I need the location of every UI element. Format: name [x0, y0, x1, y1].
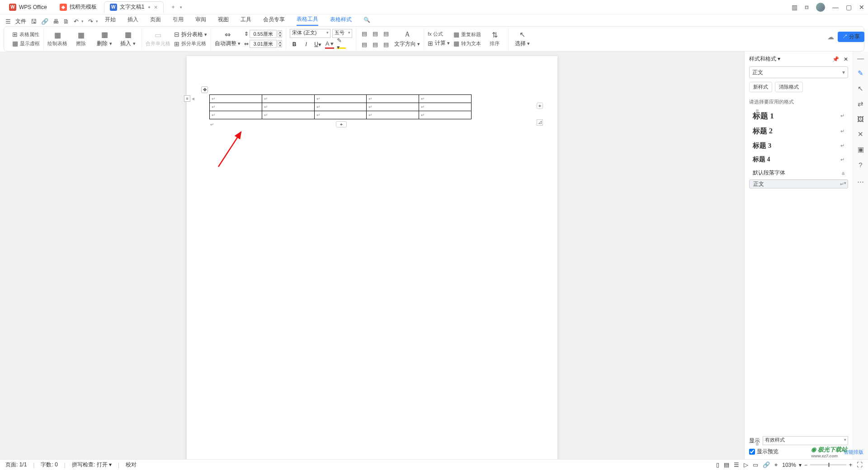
menu-icon[interactable]: ☰	[5, 18, 11, 25]
delete-button[interactable]: ▦删除 ▾	[94, 30, 114, 47]
layout-icon[interactable]: ▣	[858, 146, 864, 154]
align-top-center-icon[interactable]: ▤	[371, 29, 380, 38]
insert-button[interactable]: ▦插入 ▾	[118, 30, 138, 47]
preview-checkbox[interactable]: 显示预览	[749, 448, 848, 456]
pencil-icon[interactable]: ✎	[858, 69, 863, 77]
sort-button[interactable]: ⇅排序	[485, 31, 505, 47]
menu-table-tools[interactable]: 表格工具	[297, 15, 318, 26]
calc-button[interactable]: ⊞计算 ▾	[428, 39, 450, 47]
menu-reference[interactable]: 引用	[173, 16, 184, 25]
cloud-icon[interactable]: ☁	[827, 33, 834, 41]
tab-document[interactable]: W 文字文稿1 • ×	[104, 1, 164, 13]
style-item-h2[interactable]: 标题 2↵	[749, 124, 848, 139]
help-icon[interactable]: ?	[859, 161, 862, 169]
draw-table-button[interactable]: ▦绘制表格	[47, 31, 67, 47]
cube-icon[interactable]: ⧈	[805, 3, 809, 11]
to-text-button[interactable]: ▦转为文本	[453, 40, 481, 47]
smart-layout-link[interactable]: 智能排版	[844, 449, 863, 456]
style-item-body[interactable]: 正文↵	[749, 179, 848, 188]
menu-start[interactable]: 开始	[105, 16, 116, 25]
save-icon[interactable]: 🖫	[31, 18, 37, 25]
split-cell-button[interactable]: ⊞拆分单元格	[174, 40, 207, 47]
tab-overflow-icon[interactable]: ▾	[180, 5, 182, 9]
transform-icon[interactable]: ⇄	[858, 100, 863, 108]
menu-table-style[interactable]: 表格样式	[330, 16, 352, 25]
document-canvas[interactable]: ✥ ≡◂ ↵↵↵↵↵ ↵↵↵↵↵ ↵↵↵↵↵ + + ◿ ↵	[0, 52, 744, 459]
focus-icon[interactable]: ⌖	[774, 461, 778, 469]
menu-tools[interactable]: 工具	[241, 16, 251, 25]
col-width-input[interactable]: ⇔▴▾	[244, 40, 282, 48]
style-item-h3[interactable]: 标题 3↵	[749, 139, 848, 153]
style-item-default-font[interactable]: 默认段落字体a	[749, 166, 848, 179]
style-item-h4[interactable]: 标题 4↵	[749, 153, 848, 166]
page-view-icon[interactable]: ▤	[724, 461, 729, 468]
pointer-button[interactable]: ↖选择 ▾	[512, 30, 532, 47]
link-icon[interactable]: 🔗	[41, 18, 48, 25]
proofing-status[interactable]: 校对	[126, 461, 137, 469]
table[interactable]: ↵↵↵↵↵ ↵↵↵↵↵ ↵↵↵↵↵	[209, 94, 472, 119]
close-window-icon[interactable]: ✕	[859, 4, 864, 11]
style-item-h1[interactable]: 标题 1↵	[749, 108, 848, 124]
align-top-right-icon[interactable]: ▤	[382, 29, 391, 38]
read-view-icon[interactable]: ▷	[744, 461, 748, 468]
minimize-icon[interactable]: —	[832, 4, 839, 11]
text-direction-button[interactable]: Ａ文字方向 ▾	[394, 30, 420, 48]
repeat-header-button[interactable]: ▦重复标题	[453, 31, 481, 38]
autofit-button[interactable]: ⇔自动调整 ▾	[215, 30, 241, 47]
menu-page[interactable]: 页面	[150, 16, 161, 25]
close-tab-icon[interactable]: ×	[154, 4, 157, 11]
show-gridlines-button[interactable]: ▦显示虚框	[12, 40, 40, 47]
redo-button[interactable]: ↷▾	[88, 18, 98, 25]
table-properties-button[interactable]: ⊞表格属性	[12, 31, 40, 38]
book-icon[interactable]: ▯	[716, 461, 719, 468]
tab-template-store[interactable]: ◆ 找稻壳模板	[54, 1, 102, 13]
underline-button[interactable]: U ▾	[313, 40, 322, 49]
current-style-select[interactable]: 正文	[749, 66, 848, 78]
new-tab-button[interactable]: ＋	[168, 2, 178, 12]
web-view-icon[interactable]: ▭	[753, 461, 758, 468]
select-icon[interactable]: ↖	[858, 85, 863, 93]
page[interactable]: ✥ ≡◂ ↵↵↵↵↵ ↵↵↵↵↵ ↵↵↵↵↵ + + ◿ ↵	[187, 56, 557, 459]
font-family-select[interactable]: 宋体 (正文)	[290, 29, 330, 38]
clear-format-button[interactable]: 清除格式	[775, 82, 803, 92]
page-indicator[interactable]: 页面: 1/1	[5, 461, 27, 469]
align-mid-center-icon[interactable]: ▤	[371, 40, 380, 49]
bold-button[interactable]: B	[290, 40, 299, 49]
menu-review[interactable]: 审阅	[195, 16, 206, 25]
formula-button[interactable]: fx 公式	[428, 31, 450, 38]
menu-member[interactable]: 会员专享	[263, 16, 285, 25]
split-table-button[interactable]: ⊟拆分表格 ▾	[174, 31, 207, 38]
zoom-control[interactable]: 103%▾ −+	[782, 462, 852, 468]
user-avatar[interactable]	[816, 3, 825, 12]
image-icon[interactable]: 🖼	[857, 115, 864, 123]
pin-icon[interactable]: 📌	[832, 56, 839, 62]
font-size-select[interactable]: 五号	[332, 29, 352, 38]
row-height-input[interactable]: ⇕▴▾	[244, 30, 282, 38]
file-menu[interactable]: 文件	[15, 18, 26, 25]
undo-button[interactable]: ↶▾	[74, 18, 84, 25]
align-top-left-icon[interactable]: ▤	[360, 29, 369, 38]
more-icon[interactable]: ⋯	[857, 178, 864, 186]
new-style-button[interactable]: 新样式	[749, 82, 772, 92]
panel-toggle-icon[interactable]: ▥	[792, 4, 797, 11]
font-color-button[interactable]: A ▾	[325, 40, 334, 49]
print-preview-icon[interactable]: 🗎	[63, 18, 69, 25]
show-filter-select[interactable]: 有效样式	[763, 436, 848, 445]
highlight-button[interactable]: ✎ ▾	[337, 40, 346, 49]
close-panel-icon[interactable]: ✕	[844, 56, 848, 62]
row-handle[interactable]: ≡◂	[184, 95, 194, 102]
print-icon[interactable]: 🖶	[53, 18, 59, 25]
menu-view[interactable]: 视图	[218, 16, 229, 25]
maximize-icon[interactable]: ▢	[846, 4, 852, 11]
collapse-panel-icon[interactable]: —	[857, 54, 864, 62]
wrench-icon[interactable]: ✕	[858, 130, 863, 138]
eraser-button[interactable]: ▦擦除	[71, 31, 91, 47]
search-icon[interactable]: 🔍	[363, 17, 370, 25]
word-count[interactable]: 字数: 0	[41, 461, 57, 469]
fullscreen-icon[interactable]: ⛶	[857, 461, 863, 468]
spellcheck-status[interactable]: 拼写检查: 打开 ▾	[72, 461, 112, 469]
link-status-icon[interactable]: 🔗	[763, 461, 770, 468]
share-button[interactable]: ↗ 分享	[838, 32, 864, 42]
tab-app-home[interactable]: W WPS Office	[4, 1, 52, 13]
add-row-button[interactable]: +	[336, 121, 347, 127]
